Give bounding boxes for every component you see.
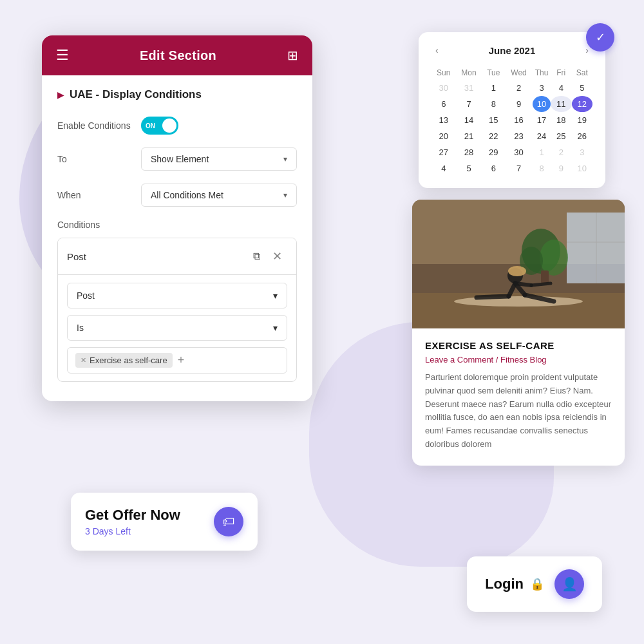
when-dropdown[interactable]: All Conditions Met ▾ (141, 184, 297, 207)
hamburger-icon[interactable]: ☰ (56, 47, 69, 64)
calendar-day[interactable]: 23 (505, 128, 533, 144)
conditions-box: Post ⧉ ✕ Post ▾ Is ▾ ✕ (57, 238, 297, 382)
calendar-day[interactable]: 9 (551, 160, 571, 176)
calendar-day[interactable]: 19 (572, 112, 593, 128)
condition-operator-dropdown[interactable]: Is ▾ (67, 315, 287, 341)
calendar-header: ‹ June 2021 › (431, 44, 592, 57)
calendar-day[interactable]: 5 (572, 80, 593, 96)
calendar-day[interactable]: 20 (431, 128, 456, 144)
enable-conditions-label: Enable Conditions (57, 120, 141, 131)
to-dropdown-value: Show Element (151, 154, 209, 164)
calendar-day[interactable]: 1 (482, 80, 506, 96)
calendar-day[interactable]: 8 (482, 96, 506, 112)
calendar-day[interactable]: 2 (505, 80, 533, 96)
calendar-day[interactable]: 17 (533, 112, 551, 128)
section-title-row: ▶ UAE - Display Conditions (57, 88, 297, 101)
calendar-day[interactable]: 22 (482, 128, 506, 144)
calendar-day[interactable]: 1 (533, 144, 551, 160)
calendar-day[interactable]: 11 (551, 96, 571, 112)
cal-day-fri: Fri (551, 66, 571, 80)
calendar-day[interactable]: 25 (551, 128, 571, 144)
svg-line-13 (477, 296, 509, 298)
to-dropdown[interactable]: Show Element ▾ (141, 147, 297, 171)
condition-type-dropdown[interactable]: Post ▾ (67, 283, 287, 308)
condition-close-button[interactable]: ✕ (267, 246, 287, 267)
calendar-check-badge: ✓ (586, 23, 614, 52)
calendar-day[interactable]: 13 (431, 112, 456, 128)
calendar-day[interactable]: 14 (456, 112, 482, 128)
svg-rect-5 (567, 242, 625, 243)
calendar-day[interactable]: 27 (431, 144, 456, 160)
calendar-day[interactable]: 21 (456, 128, 482, 144)
calendar-day[interactable]: 12 (572, 96, 593, 112)
display-conditions-title: UAE - Display Conditions (70, 88, 202, 101)
calendar-day[interactable]: 2 (551, 144, 571, 160)
when-dropdown-value: All Conditions Met (151, 190, 223, 200)
calendar-day[interactable]: 10 (572, 160, 593, 176)
calendar-day[interactable]: 16 (505, 112, 533, 128)
blog-meta[interactable]: Leave a Comment / Fitness Blog (425, 355, 612, 365)
calendar-day[interactable]: 7 (456, 96, 482, 112)
condition-tag: ✕ Exercise as self-care (75, 353, 173, 368)
calendar-day[interactable]: 10 (533, 96, 551, 112)
calendar-prev-button[interactable]: ‹ (431, 44, 442, 57)
login-widget: Login 🔒 👤 (467, 556, 602, 612)
calendar-day[interactable]: 30 (505, 144, 533, 160)
blog-excerpt: Parturient doloremque proin proident vul… (425, 371, 612, 451)
calendar-day[interactable]: 24 (533, 128, 551, 144)
calendar-month-title: June 2021 (489, 45, 536, 56)
cal-day-mon: Mon (456, 66, 482, 80)
condition-type-arrow-icon: ▾ (273, 290, 278, 301)
blog-image (412, 200, 625, 328)
calendar-day[interactable]: 9 (505, 96, 533, 112)
user-avatar-icon: 👤 (562, 576, 578, 592)
calendar-day[interactable]: 4 (431, 160, 456, 176)
cal-day-wed: Wed (505, 66, 533, 80)
close-icon: ✕ (272, 249, 282, 263)
offer-badge[interactable]: 🏷 (214, 507, 243, 536)
cal-day-tue: Tue (482, 66, 506, 80)
calendar-day[interactable]: 15 (482, 112, 506, 128)
calendar-day[interactable]: 3 (533, 80, 551, 96)
get-offer-widget: Get Offer Now 3 Days Left 🏷 (71, 493, 258, 551)
enable-conditions-toggle-wrap: ON (141, 117, 178, 135)
condition-copy-button[interactable]: ⧉ (246, 246, 267, 267)
svg-rect-4 (596, 213, 597, 283)
tag-remove-icon[interactable]: ✕ (80, 356, 86, 365)
calendar-grid: Sun Mon Tue Wed Thu Fri Sat 303112345678… (431, 66, 592, 176)
when-field-row: When All Conditions Met ▾ (57, 184, 297, 207)
calendar-day[interactable]: 3 (572, 144, 593, 160)
calendar-day[interactable]: 26 (572, 128, 593, 144)
offer-subtitle: 3 Days Left (85, 526, 180, 536)
fitness-image-svg (412, 200, 625, 328)
when-dropdown-arrow-icon: ▾ (283, 191, 287, 200)
calendar-day[interactable]: 8 (533, 160, 551, 176)
svg-point-7 (540, 240, 568, 276)
cal-day-thu: Thu (533, 66, 551, 80)
calendar-day[interactable]: 7 (505, 160, 533, 176)
calendar-day[interactable]: 28 (456, 144, 482, 160)
calendar-day[interactable]: 18 (551, 112, 571, 128)
collapse-arrow-icon[interactable]: ▶ (57, 90, 64, 100)
condition-operator-arrow-icon: ▾ (273, 323, 278, 333)
tag-add-button[interactable]: + (178, 354, 185, 367)
calendar-day[interactable]: 6 (482, 160, 506, 176)
condition-item-title: Post (67, 251, 246, 262)
grid-icon[interactable]: ⊞ (287, 48, 298, 63)
tag-price-icon: 🏷 (222, 515, 235, 529)
calendar-day[interactable]: 6 (431, 96, 456, 112)
calendar-day[interactable]: 30 (431, 80, 456, 96)
panel-title: Edit Section (140, 48, 216, 63)
calendar-day[interactable]: 29 (482, 144, 506, 160)
login-avatar-badge[interactable]: 👤 (554, 569, 584, 599)
enable-conditions-row: Enable Conditions ON (57, 117, 297, 135)
copy-icon: ⧉ (253, 251, 260, 262)
calendar-day[interactable]: 4 (551, 80, 571, 96)
calendar-day[interactable]: 5 (456, 160, 482, 176)
calendar-day[interactable]: 31 (456, 80, 482, 96)
svg-rect-9 (541, 270, 549, 283)
enable-conditions-toggle[interactable]: ON (141, 117, 178, 135)
to-label: To (57, 154, 141, 164)
svg-line-17 (531, 283, 551, 285)
condition-body: Post ▾ Is ▾ ✕ Exercise as self-care + (58, 275, 296, 381)
